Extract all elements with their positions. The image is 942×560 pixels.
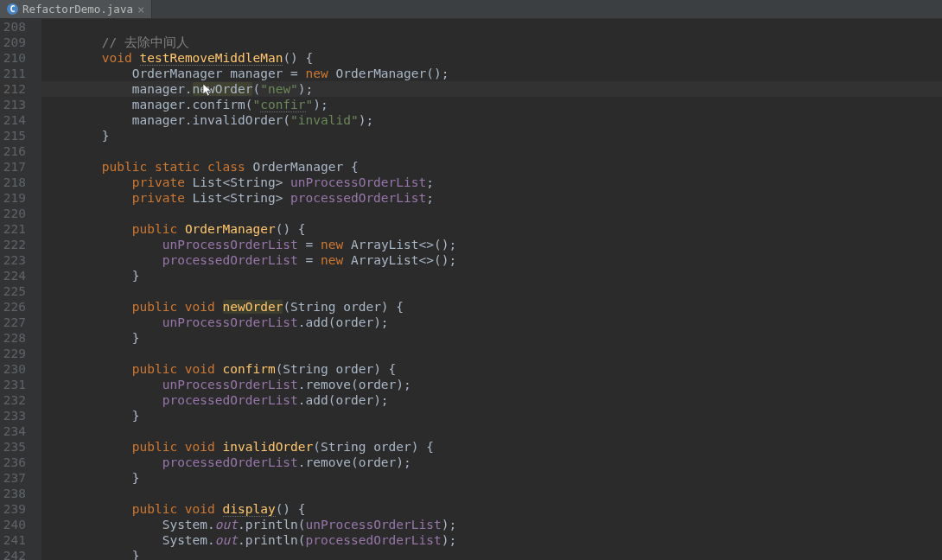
code-line[interactable]: void testRemoveMiddleMan() { — [41, 50, 942, 66]
line-number: 236 — [0, 455, 26, 470]
line-number: 237 — [0, 470, 26, 486]
code-line[interactable]: System.out.println(processedOrderList); — [41, 532, 942, 548]
line-number: 218 — [0, 175, 26, 190]
line-number: 234 — [0, 423, 26, 439]
code-line[interactable]: unProcessOrderList = new ArrayList<>(); — [41, 237, 942, 252]
line-number: 238 — [0, 486, 26, 501]
line-number: 228 — [0, 330, 26, 346]
line-number: 214 — [0, 112, 26, 128]
code-line[interactable] — [41, 206, 942, 221]
line-number: 213 — [0, 97, 26, 112]
editor-tabs: C RefactorDemo.java × — [0, 0, 942, 19]
code-line[interactable]: } — [41, 548, 942, 560]
line-number: 209 — [0, 35, 26, 50]
line-number: 230 — [0, 361, 26, 377]
line-number: 235 — [0, 439, 26, 455]
line-number: 240 — [0, 517, 26, 532]
line-number: 239 — [0, 501, 26, 517]
line-number: 223 — [0, 252, 26, 268]
code-line[interactable]: } — [41, 470, 942, 486]
code-line[interactable]: public static class OrderManager { — [41, 159, 942, 175]
code-line[interactable]: // 去除中间人 — [41, 35, 942, 50]
code-line[interactable]: } — [41, 128, 942, 143]
code-line[interactable]: private List<String> unProcessOrderList; — [41, 175, 942, 190]
code-line[interactable]: processedOrderList.remove(order); — [41, 455, 942, 470]
code-line[interactable]: manager.newOrder("new"); — [41, 81, 942, 97]
line-number: 219 — [0, 190, 26, 206]
java-class-icon: C — [7, 3, 18, 15]
code-editor[interactable]: 2082092102112122132142152162172182192202… — [0, 19, 942, 560]
code-line[interactable] — [41, 283, 942, 299]
code-line[interactable]: OrderManager manager = new OrderManager(… — [41, 66, 942, 81]
line-number: 211 — [0, 66, 26, 81]
line-number: 212 — [0, 81, 26, 97]
line-number: 221 — [0, 221, 26, 237]
code-line[interactable]: unProcessOrderList.remove(order); — [41, 377, 942, 392]
code-line[interactable] — [41, 346, 942, 361]
code-line[interactable]: manager.confirm("confir"); — [41, 97, 942, 112]
code-area[interactable]: // 去除中间人 void testRemoveMiddleMan() { Or… — [41, 19, 942, 560]
code-line[interactable]: } — [41, 330, 942, 346]
code-line[interactable]: System.out.println(unProcessOrderList); — [41, 517, 942, 532]
line-number: 241 — [0, 532, 26, 548]
code-line[interactable]: processedOrderList.add(order); — [41, 392, 942, 408]
code-line[interactable]: public void invalidOrder(String order) { — [41, 439, 942, 455]
line-number: 208 — [0, 19, 26, 35]
code-line[interactable]: public void newOrder(String order) { — [41, 299, 942, 315]
line-number: 216 — [0, 143, 26, 159]
line-number: 224 — [0, 268, 26, 283]
line-number: 233 — [0, 408, 26, 423]
line-number: 242 — [0, 548, 26, 560]
line-number: 220 — [0, 206, 26, 221]
line-number: 222 — [0, 237, 26, 252]
code-line[interactable]: } — [41, 268, 942, 283]
line-number: 229 — [0, 346, 26, 361]
code-line[interactable] — [41, 423, 942, 439]
code-line[interactable] — [41, 486, 942, 501]
code-line[interactable] — [41, 19, 942, 35]
code-line[interactable]: processedOrderList = new ArrayList<>(); — [41, 252, 942, 268]
line-number: 226 — [0, 299, 26, 315]
line-number: 227 — [0, 315, 26, 330]
line-number: 225 — [0, 283, 26, 299]
code-line[interactable] — [41, 143, 942, 159]
code-line[interactable]: unProcessOrderList.add(order); — [41, 315, 942, 330]
line-number: 231 — [0, 377, 26, 392]
code-line[interactable]: private List<String> processedOrderList; — [41, 190, 942, 206]
line-number-gutter: 2082092102112122132142152162172182192202… — [0, 19, 41, 560]
line-number: 232 — [0, 392, 26, 408]
line-number: 217 — [0, 159, 26, 175]
line-number: 210 — [0, 50, 26, 66]
code-line[interactable]: public void confirm(String order) { — [41, 361, 942, 377]
file-tab[interactable]: C RefactorDemo.java × — [0, 0, 152, 18]
code-line[interactable]: public OrderManager() { — [41, 221, 942, 237]
close-icon[interactable]: × — [137, 3, 144, 16]
tab-filename: RefactorDemo.java — [22, 3, 133, 16]
code-line[interactable]: manager.invalidOrder("invalid"); — [41, 112, 942, 128]
line-number: 215 — [0, 128, 26, 143]
code-line[interactable]: } — [41, 408, 942, 423]
code-line[interactable]: public void display() { — [41, 501, 942, 517]
